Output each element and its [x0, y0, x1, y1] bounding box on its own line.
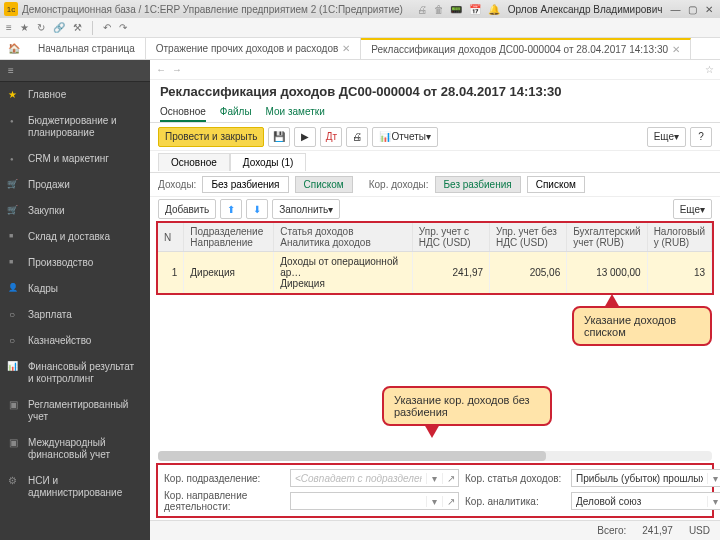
col-vat-usd[interactable]: Упр. учет с НДС (USD): [412, 223, 489, 252]
sidebar-toggle[interactable]: ≡: [0, 60, 150, 82]
star-icon[interactable]: ★: [20, 22, 29, 33]
totals-sum: 241,97: [642, 525, 673, 536]
col-article[interactable]: Статья доходовАналитика доходов: [274, 223, 413, 252]
titlebar: 1c Демонстрационная база / 1C:ERP Управл…: [0, 0, 720, 18]
back-icon[interactable]: ←: [156, 64, 166, 75]
forward-icon[interactable]: ↷: [119, 22, 127, 33]
col-tax-rub[interactable]: Налоговый у (RUB): [647, 223, 711, 252]
save-button[interactable]: 💾: [268, 127, 290, 147]
sidebar-item-reg-account[interactable]: Регламентированный учет: [0, 392, 150, 430]
tab-reclass[interactable]: Реклассификация доходов ДС00-000004 от 2…: [361, 38, 691, 59]
user-name[interactable]: Орлов Александр Владимирович: [508, 4, 663, 15]
main-toolbar: ≡ ★ ↻ 🔗 ⚒ ↶ ↷: [0, 18, 720, 38]
dropdown-icon[interactable]: ▾: [707, 473, 720, 484]
cor-art-field[interactable]: ▾↗: [571, 469, 720, 487]
link-icon[interactable]: 🔗: [53, 22, 65, 33]
table-row[interactable]: 1 Дирекция Доходы от операционной ар…Дир…: [158, 252, 712, 294]
tab-main[interactable]: Основное: [160, 103, 206, 122]
pin-icon[interactable]: ☆: [705, 64, 714, 75]
col-acc-rub[interactable]: Бухгалтерский учет (RUB): [567, 223, 647, 252]
app-icon: 1c: [4, 2, 18, 16]
print-button[interactable]: 🖨: [346, 127, 368, 147]
doc-nav: ← → ☆: [150, 60, 720, 80]
dropdown-icon[interactable]: ▾: [426, 473, 442, 484]
print-icon[interactable]: 🖨: [417, 4, 427, 15]
tab-notes[interactable]: Мои заметки: [266, 103, 325, 122]
sidebar: ≡ Главное Бюджетирование и планирование …: [0, 60, 150, 540]
cor-dir-label: Кор. направление деятельности:: [164, 490, 284, 512]
list-toolbar: Добавить ⬆ ⬇ Заполнить ▾ Еще ▾: [150, 197, 720, 221]
post-close-button[interactable]: Провести и закрыть: [158, 127, 264, 147]
tab-home[interactable]: Начальная страница: [28, 38, 146, 59]
sidebar-item-budget[interactable]: Бюджетирование и планирование: [0, 108, 150, 146]
sidebar-item-crm[interactable]: CRM и маркетинг: [0, 146, 150, 172]
debit-credit-button[interactable]: Дт: [320, 127, 342, 147]
dropdown-icon[interactable]: ▾: [707, 496, 720, 507]
totals-row: Всего: 241,97 USD: [150, 520, 720, 540]
subtab-main[interactable]: Основное: [158, 153, 230, 171]
close-icon[interactable]: ✕: [342, 43, 350, 54]
window-title: Демонстрационная база / 1C:ERP Управлени…: [22, 4, 403, 15]
col-novat-usd[interactable]: Упр. учет без НДС (USD): [490, 223, 567, 252]
sidebar-item-treasury[interactable]: Казначейство: [0, 328, 150, 354]
add-button[interactable]: Добавить: [158, 199, 216, 219]
fill-button[interactable]: Заполнить ▾: [272, 199, 340, 219]
sidebar-item-production[interactable]: Производство: [0, 250, 150, 276]
cor-fields: Кор. подразделение: ▾↗ Кор. статья доход…: [156, 463, 714, 518]
sidebar-item-purchases[interactable]: Закупки: [0, 198, 150, 224]
close-icon[interactable]: ✕: [702, 4, 716, 15]
tab-other-income[interactable]: Отражение прочих доходов и расходов✕: [146, 38, 362, 59]
sidebar-item-sales[interactable]: Продажи: [0, 172, 150, 198]
maximize-icon[interactable]: ▢: [685, 4, 699, 15]
minimize-icon[interactable]: —: [668, 4, 682, 15]
open-icon[interactable]: ↗: [442, 473, 458, 484]
sidebar-item-hr[interactable]: Кадры: [0, 276, 150, 302]
col-n[interactable]: N: [158, 223, 184, 252]
income-nosplit[interactable]: Без разбиения: [202, 176, 288, 193]
reports-button[interactable]: 📊 Отчеты ▾: [372, 127, 438, 147]
move-up-button[interactable]: ⬆: [220, 199, 242, 219]
list-more-button[interactable]: Еще ▾: [673, 199, 712, 219]
income-label: Доходы:: [158, 179, 196, 190]
move-down-button[interactable]: ⬇: [246, 199, 268, 219]
trash-icon[interactable]: 🗑: [434, 4, 444, 15]
income-list[interactable]: Списком: [295, 176, 353, 193]
dropdown-icon[interactable]: ▾: [426, 496, 442, 507]
help-button[interactable]: ?: [690, 127, 712, 147]
subtab-income[interactable]: Доходы (1): [230, 153, 307, 171]
horizontal-scrollbar[interactable]: [158, 451, 712, 461]
cor-nosplit[interactable]: Без разбиения: [435, 176, 521, 193]
sidebar-item-warehouse[interactable]: Склад и доставка: [0, 224, 150, 250]
cor-list[interactable]: Списком: [527, 176, 585, 193]
sub-tabs: Основное Доходы (1): [150, 151, 720, 173]
open-icon[interactable]: ↗: [442, 496, 458, 507]
callout-income-list: Указание доходов списком: [572, 306, 712, 346]
back-icon[interactable]: ↶: [103, 22, 111, 33]
cor-dir-field[interactable]: ▾↗: [290, 492, 459, 510]
content: ← → ☆ Реклассификация доходов ДС00-00000…: [150, 60, 720, 540]
sidebar-item-finance[interactable]: Финансовый результат и контроллинг: [0, 354, 150, 392]
tools-icon[interactable]: ⚒: [73, 22, 82, 33]
forward-icon[interactable]: →: [172, 64, 182, 75]
cor-an-field[interactable]: ▾↗: [571, 492, 720, 510]
sidebar-item-admin[interactable]: НСИ и администрирование: [0, 468, 150, 506]
sidebar-item-salary[interactable]: Зарплата: [0, 302, 150, 328]
calendar-icon[interactable]: 📅: [469, 4, 481, 15]
col-dept[interactable]: ПодразделениеНаправление: [184, 223, 274, 252]
cor-dept-field[interactable]: ▾↗: [290, 469, 459, 487]
form-tabs: Основное Файлы Мои заметки: [150, 103, 720, 123]
cor-income-label: Кор. доходы:: [369, 179, 429, 190]
close-icon[interactable]: ✕: [672, 44, 680, 55]
tab-files[interactable]: Файлы: [220, 103, 252, 122]
titlebar-actions: 🖨 🗑 📟 📅 🔔: [415, 4, 502, 15]
sidebar-item-main[interactable]: Главное: [0, 82, 150, 108]
post-button[interactable]: ▶: [294, 127, 316, 147]
cor-art-label: Кор. статья доходов:: [465, 473, 565, 484]
home-tab-icon[interactable]: 🏠: [0, 38, 28, 59]
sidebar-item-intl-account[interactable]: Международный финансовый учет: [0, 430, 150, 468]
menu-icon[interactable]: ≡: [6, 22, 12, 33]
history-icon[interactable]: ↻: [37, 22, 45, 33]
more-button[interactable]: Еще ▾: [647, 127, 686, 147]
calc-icon[interactable]: 📟: [450, 4, 462, 15]
bell-icon[interactable]: 🔔: [488, 4, 500, 15]
